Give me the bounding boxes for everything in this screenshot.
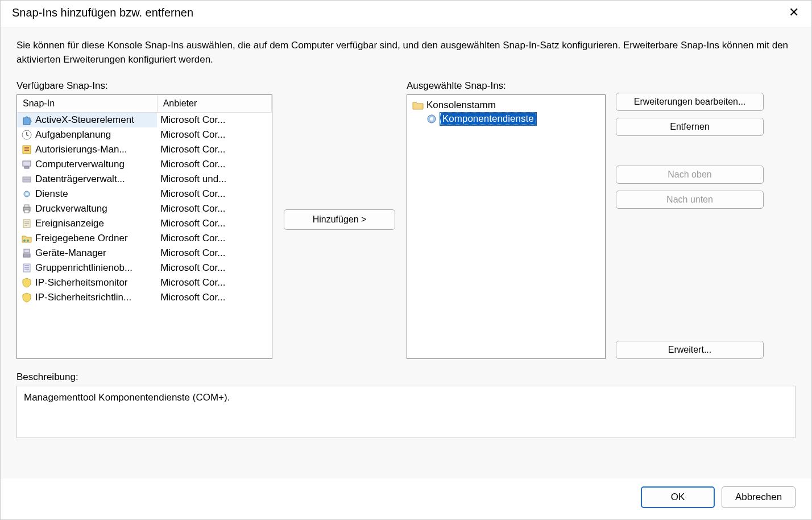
title-bar: Snap-Ins hinzufügen bzw. entfernen ✕ <box>1 1 811 27</box>
snapin-row[interactable]: AufgabenplanungMicrosoft Cor... <box>17 127 272 142</box>
snapin-row[interactable]: Freigegebene OrdnerMicrosoft Cor... <box>17 231 272 246</box>
snapin-row[interactable]: ActiveX-SteuerelementMicrosoft Cor... <box>17 113 272 128</box>
move-up-button[interactable]: Nach oben <box>616 166 764 184</box>
snapin-name: Gruppenrichtlinienob... <box>35 262 132 274</box>
snapin-name: Freigegebene Ordner <box>35 233 128 244</box>
svg-rect-7 <box>23 180 31 182</box>
snapin-icon <box>20 158 33 171</box>
available-snapins-listbox[interactable]: Snap-In Anbieter ActiveX-SteuerelementMi… <box>16 94 272 359</box>
svg-rect-5 <box>24 167 29 168</box>
edit-extensions-button[interactable]: Erweiterungen bearbeiten... <box>616 93 764 111</box>
snapin-row[interactable]: Datenträgerverwalt...Microsoft und... <box>17 172 272 187</box>
snapin-vendor: Microsoft und... <box>157 172 271 187</box>
column-header-vendor[interactable]: Anbieter <box>157 95 271 113</box>
selected-snapins-tree[interactable]: Konsolenstamm Komponentendienste <box>407 94 606 359</box>
snapin-icon <box>20 143 33 156</box>
dialog-footer: OK Abbrechen <box>1 478 811 519</box>
snapin-name: Aufgabenplanung <box>35 129 111 141</box>
snapin-row[interactable]: Gruppenrichtlinienob...Microsoft Cor... <box>17 261 272 275</box>
svg-rect-2 <box>24 147 29 148</box>
dialog-window: Snap-Ins hinzufügen bzw. entfernen ✕ Sie… <box>0 0 812 520</box>
selected-label: Ausgewählte Snap-Ins: <box>407 80 606 92</box>
add-button[interactable]: Hinzufügen > <box>284 209 395 230</box>
snapin-row[interactable]: Autorisierungs-Man...Microsoft Cor... <box>17 142 272 157</box>
description-box: Managementtool Komponentendienste (COM+)… <box>16 386 796 438</box>
snapin-icon <box>20 217 33 230</box>
intro-text: Sie können für diese Konsole Snap-Ins au… <box>16 39 796 67</box>
svg-rect-17 <box>23 254 30 257</box>
snapin-name: Druckverwaltung <box>35 203 107 214</box>
ok-button[interactable]: OK <box>641 486 715 508</box>
snapin-name: Computerverwaltung <box>35 159 125 170</box>
snapin-vendor: Microsoft Cor... <box>157 261 271 275</box>
snapin-name: Dienste <box>35 188 68 200</box>
snapin-icon <box>20 129 33 141</box>
snapin-icon <box>20 262 33 274</box>
move-down-button[interactable]: Nach unten <box>616 191 764 209</box>
tree-root-item[interactable]: Konsolenstamm <box>411 98 602 112</box>
component-icon <box>425 113 438 125</box>
snapin-icon <box>20 247 33 259</box>
snapin-icon <box>20 114 33 126</box>
snapin-vendor: Microsoft Cor... <box>157 113 271 128</box>
remove-button[interactable]: Entfernen <box>616 118 764 136</box>
cancel-button[interactable]: Abbrechen <box>722 486 796 508</box>
svg-rect-6 <box>23 177 31 179</box>
snapin-name: IP-Sicherheitsrichtlin... <box>35 292 131 303</box>
svg-point-9 <box>26 193 28 195</box>
snapin-vendor: Microsoft Cor... <box>157 290 271 305</box>
available-label: Verfügbare Snap-Ins: <box>16 80 272 92</box>
snapin-row[interactable]: DiensteMicrosoft Cor... <box>17 187 272 201</box>
snapin-row[interactable]: EreignisanzeigeMicrosoft Cor... <box>17 216 272 231</box>
snapin-row[interactable]: Geräte-ManagerMicrosoft Cor... <box>17 246 272 261</box>
snapin-name: Datenträgerverwalt... <box>35 174 125 185</box>
dialog-title: Snap-Ins hinzufügen bzw. entfernen <box>12 6 193 19</box>
snapin-name: IP-Sicherheitsmonitor <box>35 277 128 288</box>
snapin-icon <box>20 203 33 215</box>
tree-child-item[interactable]: Komponentendienste <box>424 112 602 126</box>
snapin-name: ActiveX-Steuerelement <box>35 114 134 126</box>
snapin-vendor: Microsoft Cor... <box>157 231 271 246</box>
description-text: Managementtool Komponentendienste (COM+)… <box>24 392 230 403</box>
snapin-vendor: Microsoft Cor... <box>157 216 271 231</box>
svg-rect-11 <box>24 205 29 207</box>
column-header-snapin[interactable]: Snap-In <box>17 95 157 113</box>
snapin-icon <box>20 173 33 185</box>
svg-rect-18 <box>23 264 30 272</box>
svg-rect-4 <box>23 161 31 166</box>
snapin-vendor: Microsoft Cor... <box>157 142 271 157</box>
snapin-name: Ereignisanzeige <box>35 218 104 229</box>
snapin-icon <box>20 276 33 289</box>
snapin-vendor: Microsoft Cor... <box>157 187 271 201</box>
svg-rect-16 <box>24 249 30 253</box>
folder-icon <box>412 99 424 112</box>
snapin-row[interactable]: DruckverwaltungMicrosoft Cor... <box>17 201 272 216</box>
close-icon[interactable]: ✕ <box>782 4 806 21</box>
snapin-row[interactable]: ComputerverwaltungMicrosoft Cor... <box>17 157 272 172</box>
snapin-vendor: Microsoft Cor... <box>157 275 271 290</box>
description-label: Beschreibung: <box>16 372 796 383</box>
snapin-vendor: Microsoft Cor... <box>157 157 271 172</box>
svg-point-20 <box>430 117 433 121</box>
snapin-vendor: Microsoft Cor... <box>157 127 271 142</box>
snapin-icon <box>20 291 33 304</box>
snapin-row[interactable]: IP-SicherheitsmonitorMicrosoft Cor... <box>17 275 272 290</box>
svg-point-14 <box>23 240 26 242</box>
snapin-vendor: Microsoft Cor... <box>157 246 271 261</box>
snapin-name: Geräte-Manager <box>35 247 106 259</box>
svg-rect-3 <box>24 150 29 151</box>
snapin-vendor: Microsoft Cor... <box>157 201 271 216</box>
snapin-name: Autorisierungs-Man... <box>35 144 127 155</box>
svg-point-15 <box>27 240 29 242</box>
snapin-icon <box>20 232 33 245</box>
snapin-icon <box>20 188 33 200</box>
svg-rect-12 <box>24 210 29 213</box>
snapin-row[interactable]: IP-Sicherheitsrichtlin...Microsoft Cor..… <box>17 290 272 305</box>
advanced-button[interactable]: Erweitert... <box>616 341 764 359</box>
